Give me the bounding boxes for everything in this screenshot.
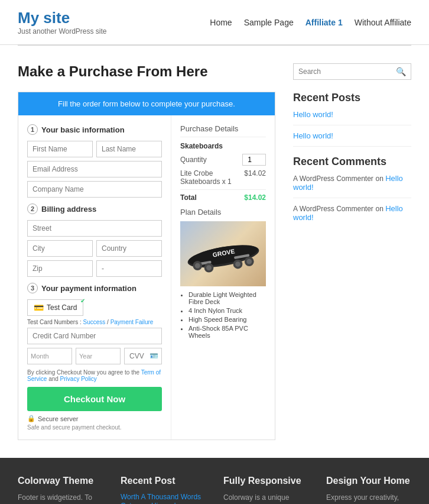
month-year-cvv-row: Month Year 🪪 [27, 348, 162, 364]
nav-home[interactable]: Home [210, 18, 232, 27]
card-success-link[interactable]: Success [83, 319, 105, 325]
product-line: Lite Crobe Skateboards x 1 $14.02 [180, 169, 266, 186]
nav-sample-page[interactable]: Sample Page [244, 18, 294, 27]
privacy-link[interactable]: Privacy Policy [60, 376, 97, 382]
payment-section: 💳 Test Card ✔ Test Card Numbers : Succes… [27, 299, 162, 364]
email-row [27, 161, 162, 177]
total-label: Total [180, 193, 197, 202]
total-price: $14.02 [244, 193, 266, 202]
comment1-on: on [375, 175, 385, 183]
svg-point-7 [206, 265, 212, 270]
first-name-input[interactable] [27, 141, 93, 157]
month-select[interactable]: Month [27, 348, 72, 364]
cvv-icon: 🪪 [150, 352, 158, 360]
country-input[interactable] [96, 240, 162, 257]
year-select[interactable]: Year [76, 348, 121, 364]
line-item-price: $14.02 [244, 169, 266, 186]
svg-point-11 [246, 259, 252, 264]
line-item-label: Lite Crobe Skateboards x 1 [180, 169, 244, 186]
zip-row [27, 260, 162, 277]
company-row [27, 181, 162, 198]
header: My site Just another WordPress site Home… [0, 0, 429, 46]
section2-num: 2 [27, 203, 38, 214]
footer-col2-title: Recent Post [121, 476, 206, 486]
page-title: Make a Purchase From Here [18, 63, 275, 80]
checkout-button[interactable]: Checkout Now [27, 387, 162, 411]
search-icon[interactable]: 🔍 [396, 67, 406, 76]
quantity-input[interactable] [242, 154, 266, 166]
section3-heading: 3 Your payment information [27, 283, 162, 293]
card-icon: 💳 [34, 303, 44, 312]
footer-col3-text: Colorway is a unique responsive WordPres… [223, 492, 308, 504]
feature-1: Durable Light Weighted Fibre Deck [188, 291, 266, 305]
cvv-field-wrapper: 🪪 [124, 348, 162, 364]
footer-recent-post-link2[interactable]: Category Hierarchy [121, 502, 181, 504]
main-nav: Home Sample Page Affiliate 1 Without Aff… [210, 18, 411, 27]
quantity-label: Quantity [180, 156, 207, 164]
footer-col-3: Fully Responsive Colorway is a unique re… [223, 476, 308, 504]
section3-label: Your payment information [41, 284, 136, 293]
street-row [27, 220, 162, 237]
lock-icon: 🔒 [27, 415, 35, 422]
section1-label: Your basic information [41, 125, 125, 134]
test-card-button[interactable]: 💳 Test Card ✔ [27, 299, 83, 316]
company-input[interactable] [27, 181, 162, 198]
city-country-row [27, 240, 162, 257]
comment2-author: A WordPress Commenter [293, 205, 373, 213]
check-badge: ✔ [80, 298, 85, 304]
city-input[interactable] [27, 240, 93, 257]
checkout-body: 1 Your basic information [18, 115, 275, 440]
zip2-input[interactable] [96, 260, 162, 277]
email-input[interactable] [27, 161, 162, 177]
section2-label: Billing address [41, 205, 96, 214]
section3-num: 3 [27, 283, 38, 293]
footer-col3-title: Fully Responsive [223, 476, 308, 486]
recent-comment-2: A WordPress Commenter on Hello world! [293, 204, 411, 222]
name-row [27, 141, 162, 157]
last-name-input[interactable] [96, 141, 162, 157]
feature-4: Anti-Shock 85A PVC Wheels [188, 325, 266, 339]
nav-without-affiliate[interactable]: Without Affiliate [355, 18, 411, 27]
content-area: Make a Purchase From Here Fill the order… [18, 63, 275, 440]
footer-col4-title: Design Your Home [326, 476, 411, 486]
card-failure-link[interactable]: Payment Failure [110, 319, 154, 325]
zip-input[interactable] [27, 260, 93, 277]
street-input[interactable] [27, 220, 162, 237]
footer-col4-text: Express your creativity, find inspiratio… [326, 492, 411, 504]
plan-features: Durable Light Weighted Fibre Deck 4 Inch… [180, 291, 266, 339]
purchase-section: Purchase Details Skateboards Quantity Li… [171, 115, 275, 440]
footer-recent-post-link1[interactable]: Worth A Thousand Words [121, 493, 201, 501]
secure-row: 🔒 Secure server [27, 415, 162, 422]
agreement-text: By clicking Checkout Now you agree to th… [27, 369, 162, 382]
svg-point-9 [235, 261, 240, 267]
comment2-on: on [375, 205, 385, 213]
section1-num: 1 [27, 124, 38, 135]
recent-comment-1: A WordPress Commenter on Hello world! [293, 174, 411, 192]
svg-point-5 [194, 263, 200, 269]
recent-post-2[interactable]: Hello world! [293, 131, 411, 140]
footer: Colorway Theme Footer is widgetized. To … [0, 458, 429, 504]
skateboard-svg: GROVE [182, 230, 265, 277]
secure-note: Safe and secure payment checkout. [27, 424, 162, 431]
credit-card-input[interactable] [27, 328, 162, 344]
recent-comments-title: Recent Comments [293, 156, 411, 168]
recent-posts-title: Recent Posts [293, 92, 411, 104]
sidebar: 🔍 Recent Posts Hello world! Hello world!… [293, 63, 411, 440]
recent-post-1[interactable]: Hello world! [293, 110, 411, 119]
checkout-header: Fill the order form below to complete yo… [18, 92, 275, 115]
footer-col-2: Recent Post Worth A Thousand Words Categ… [121, 476, 206, 504]
secure-label: Secure server [38, 415, 78, 422]
main-container: Make a Purchase From Here Fill the order… [0, 46, 429, 458]
skateboard-image: GROVE [180, 221, 266, 286]
section2-heading: 2 Billing address [27, 203, 162, 214]
feature-3: High Speed Bearing [188, 316, 266, 323]
nav-affiliate1[interactable]: Affiliate 1 [306, 18, 343, 27]
comment1-author: A WordPress Commenter [293, 175, 373, 183]
search-input[interactable] [298, 67, 396, 76]
feature-2: 4 Inch Nylon Truck [188, 307, 266, 314]
footer-col1-text: Footer is widgetized. To setup the foote… [18, 492, 103, 504]
form-section: 1 Your basic information [18, 115, 171, 440]
site-title: My site [18, 9, 107, 27]
credit-card-row [27, 328, 162, 344]
total-row: Total $14.02 [180, 189, 266, 202]
